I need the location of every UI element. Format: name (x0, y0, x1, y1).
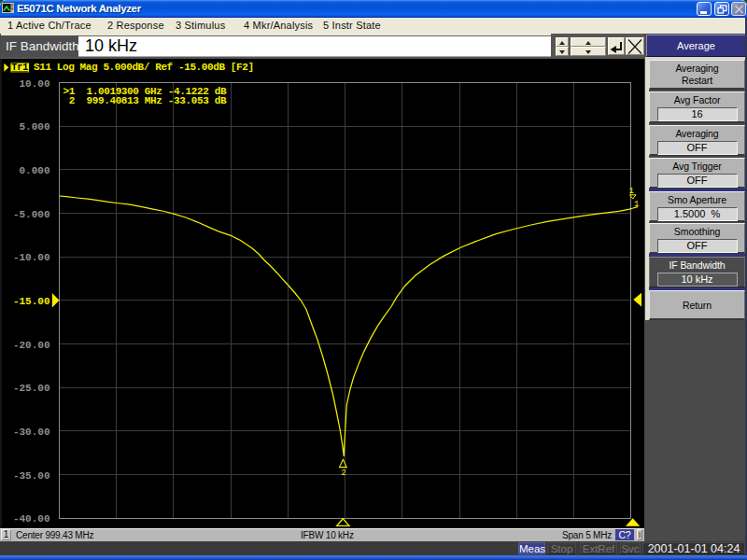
svg-text:-40.00: -40.00 (13, 513, 50, 525)
svg-text:-20.00: -20.00 (13, 340, 50, 351)
svg-text:10.00: 10.00 (19, 78, 49, 90)
svg-text:1: 1 (629, 187, 634, 196)
svg-text:-10.00: -10.00 (13, 252, 50, 263)
svg-text:2 999.40813 MHz -33.053 dB: 2 999.40813 MHz -33.053 dB (63, 95, 227, 106)
svg-text:-15.00: -15.00 (13, 296, 50, 307)
svg-text:-30.00: -30.00 (13, 427, 50, 438)
svg-text:1: 1 (634, 200, 639, 209)
svg-text:5.000: 5.000 (19, 121, 49, 133)
svg-text:0.000: 0.000 (19, 165, 49, 176)
svg-text:-25.00: -25.00 (13, 383, 50, 394)
svg-text:S11 Log Mag 5.000dB/ Ref -15.0: S11 Log Mag 5.000dB/ Ref -15.00dB [F2] (34, 62, 254, 73)
svg-text:-35.00: -35.00 (13, 470, 50, 482)
svg-text:2: 2 (341, 469, 345, 478)
svg-text:-5.000: -5.000 (13, 209, 50, 220)
svg-text:Tr1: Tr1 (11, 63, 28, 73)
